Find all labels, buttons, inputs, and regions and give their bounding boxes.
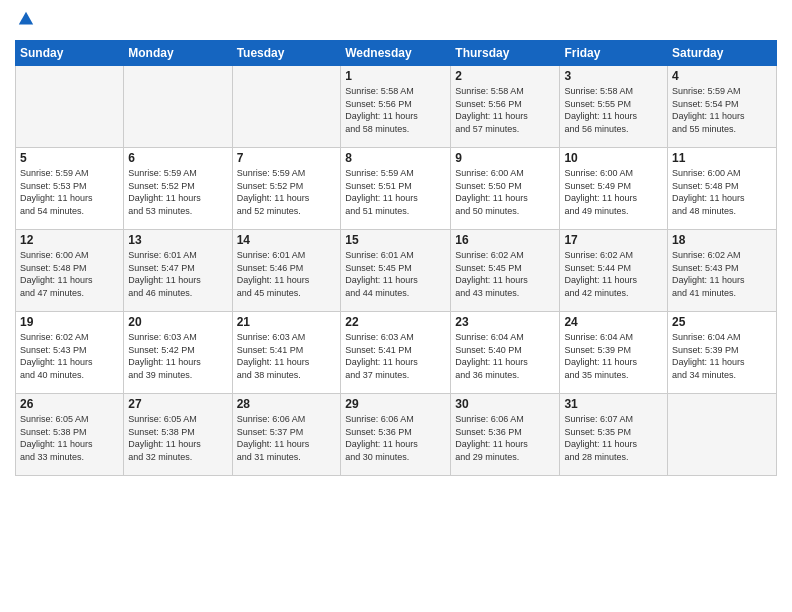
day-number: 13 <box>128 233 227 247</box>
logo-icon <box>17 10 35 28</box>
day-number: 15 <box>345 233 446 247</box>
calendar-cell: 17Sunrise: 6:02 AMSunset: 5:44 PMDayligh… <box>560 230 668 312</box>
calendar-cell: 4Sunrise: 5:59 AMSunset: 5:54 PMDaylight… <box>668 66 777 148</box>
day-info: Sunrise: 6:02 AMSunset: 5:44 PMDaylight:… <box>564 249 663 299</box>
calendar-cell: 10Sunrise: 6:00 AMSunset: 5:49 PMDayligh… <box>560 148 668 230</box>
day-info: Sunrise: 6:04 AMSunset: 5:39 PMDaylight:… <box>564 331 663 381</box>
day-info: Sunrise: 6:06 AMSunset: 5:36 PMDaylight:… <box>455 413 555 463</box>
day-number: 28 <box>237 397 337 411</box>
day-number: 16 <box>455 233 555 247</box>
calendar-cell: 29Sunrise: 6:06 AMSunset: 5:36 PMDayligh… <box>341 394 451 476</box>
day-number: 18 <box>672 233 772 247</box>
day-number: 27 <box>128 397 227 411</box>
day-info: Sunrise: 6:02 AMSunset: 5:43 PMDaylight:… <box>20 331 119 381</box>
calendar-cell: 1Sunrise: 5:58 AMSunset: 5:56 PMDaylight… <box>341 66 451 148</box>
logo <box>15 10 35 32</box>
day-number: 19 <box>20 315 119 329</box>
day-number: 31 <box>564 397 663 411</box>
calendar-cell <box>668 394 777 476</box>
page: SundayMondayTuesdayWednesdayThursdayFrid… <box>0 0 792 612</box>
day-number: 3 <box>564 69 663 83</box>
day-info: Sunrise: 6:01 AMSunset: 5:46 PMDaylight:… <box>237 249 337 299</box>
day-number: 4 <box>672 69 772 83</box>
day-number: 29 <box>345 397 446 411</box>
week-row-3: 12Sunrise: 6:00 AMSunset: 5:48 PMDayligh… <box>16 230 777 312</box>
calendar-cell: 13Sunrise: 6:01 AMSunset: 5:47 PMDayligh… <box>124 230 232 312</box>
weekday-tuesday: Tuesday <box>232 41 341 66</box>
day-number: 1 <box>345 69 446 83</box>
weekday-wednesday: Wednesday <box>341 41 451 66</box>
calendar-cell: 5Sunrise: 5:59 AMSunset: 5:53 PMDaylight… <box>16 148 124 230</box>
day-info: Sunrise: 6:03 AMSunset: 5:42 PMDaylight:… <box>128 331 227 381</box>
calendar-cell: 6Sunrise: 5:59 AMSunset: 5:52 PMDaylight… <box>124 148 232 230</box>
calendar-cell: 23Sunrise: 6:04 AMSunset: 5:40 PMDayligh… <box>451 312 560 394</box>
day-info: Sunrise: 6:06 AMSunset: 5:37 PMDaylight:… <box>237 413 337 463</box>
day-info: Sunrise: 6:02 AMSunset: 5:43 PMDaylight:… <box>672 249 772 299</box>
calendar-cell: 12Sunrise: 6:00 AMSunset: 5:48 PMDayligh… <box>16 230 124 312</box>
calendar-cell: 20Sunrise: 6:03 AMSunset: 5:42 PMDayligh… <box>124 312 232 394</box>
day-info: Sunrise: 6:00 AMSunset: 5:48 PMDaylight:… <box>20 249 119 299</box>
week-row-4: 19Sunrise: 6:02 AMSunset: 5:43 PMDayligh… <box>16 312 777 394</box>
calendar-cell: 11Sunrise: 6:00 AMSunset: 5:48 PMDayligh… <box>668 148 777 230</box>
day-number: 7 <box>237 151 337 165</box>
calendar-cell: 22Sunrise: 6:03 AMSunset: 5:41 PMDayligh… <box>341 312 451 394</box>
day-number: 25 <box>672 315 772 329</box>
day-info: Sunrise: 6:01 AMSunset: 5:47 PMDaylight:… <box>128 249 227 299</box>
day-info: Sunrise: 6:00 AMSunset: 5:50 PMDaylight:… <box>455 167 555 217</box>
day-number: 12 <box>20 233 119 247</box>
week-row-1: 1Sunrise: 5:58 AMSunset: 5:56 PMDaylight… <box>16 66 777 148</box>
day-number: 23 <box>455 315 555 329</box>
weekday-saturday: Saturday <box>668 41 777 66</box>
day-info: Sunrise: 6:05 AMSunset: 5:38 PMDaylight:… <box>20 413 119 463</box>
calendar-cell: 16Sunrise: 6:02 AMSunset: 5:45 PMDayligh… <box>451 230 560 312</box>
day-info: Sunrise: 5:58 AMSunset: 5:56 PMDaylight:… <box>455 85 555 135</box>
calendar-cell: 2Sunrise: 5:58 AMSunset: 5:56 PMDaylight… <box>451 66 560 148</box>
calendar-cell: 28Sunrise: 6:06 AMSunset: 5:37 PMDayligh… <box>232 394 341 476</box>
week-row-5: 26Sunrise: 6:05 AMSunset: 5:38 PMDayligh… <box>16 394 777 476</box>
week-row-2: 5Sunrise: 5:59 AMSunset: 5:53 PMDaylight… <box>16 148 777 230</box>
calendar-cell: 25Sunrise: 6:04 AMSunset: 5:39 PMDayligh… <box>668 312 777 394</box>
calendar-cell: 21Sunrise: 6:03 AMSunset: 5:41 PMDayligh… <box>232 312 341 394</box>
day-number: 9 <box>455 151 555 165</box>
day-info: Sunrise: 6:00 AMSunset: 5:49 PMDaylight:… <box>564 167 663 217</box>
day-number: 5 <box>20 151 119 165</box>
calendar-cell: 19Sunrise: 6:02 AMSunset: 5:43 PMDayligh… <box>16 312 124 394</box>
day-number: 30 <box>455 397 555 411</box>
day-info: Sunrise: 5:58 AMSunset: 5:56 PMDaylight:… <box>345 85 446 135</box>
calendar-cell <box>124 66 232 148</box>
calendar-cell <box>16 66 124 148</box>
calendar-cell: 24Sunrise: 6:04 AMSunset: 5:39 PMDayligh… <box>560 312 668 394</box>
day-info: Sunrise: 5:59 AMSunset: 5:51 PMDaylight:… <box>345 167 446 217</box>
day-info: Sunrise: 5:59 AMSunset: 5:53 PMDaylight:… <box>20 167 119 217</box>
day-number: 8 <box>345 151 446 165</box>
day-number: 6 <box>128 151 227 165</box>
calendar-cell: 7Sunrise: 5:59 AMSunset: 5:52 PMDaylight… <box>232 148 341 230</box>
calendar-cell: 9Sunrise: 6:00 AMSunset: 5:50 PMDaylight… <box>451 148 560 230</box>
calendar-cell: 14Sunrise: 6:01 AMSunset: 5:46 PMDayligh… <box>232 230 341 312</box>
day-info: Sunrise: 6:03 AMSunset: 5:41 PMDaylight:… <box>237 331 337 381</box>
day-number: 2 <box>455 69 555 83</box>
day-info: Sunrise: 6:02 AMSunset: 5:45 PMDaylight:… <box>455 249 555 299</box>
calendar-cell: 3Sunrise: 5:58 AMSunset: 5:55 PMDaylight… <box>560 66 668 148</box>
calendar-cell: 18Sunrise: 6:02 AMSunset: 5:43 PMDayligh… <box>668 230 777 312</box>
day-info: Sunrise: 6:00 AMSunset: 5:48 PMDaylight:… <box>672 167 772 217</box>
calendar-cell <box>232 66 341 148</box>
day-number: 10 <box>564 151 663 165</box>
calendar-cell: 30Sunrise: 6:06 AMSunset: 5:36 PMDayligh… <box>451 394 560 476</box>
weekday-monday: Monday <box>124 41 232 66</box>
day-info: Sunrise: 6:01 AMSunset: 5:45 PMDaylight:… <box>345 249 446 299</box>
weekday-sunday: Sunday <box>16 41 124 66</box>
calendar-cell: 15Sunrise: 6:01 AMSunset: 5:45 PMDayligh… <box>341 230 451 312</box>
calendar-cell: 31Sunrise: 6:07 AMSunset: 5:35 PMDayligh… <box>560 394 668 476</box>
day-info: Sunrise: 6:04 AMSunset: 5:39 PMDaylight:… <box>672 331 772 381</box>
day-info: Sunrise: 6:04 AMSunset: 5:40 PMDaylight:… <box>455 331 555 381</box>
day-info: Sunrise: 6:07 AMSunset: 5:35 PMDaylight:… <box>564 413 663 463</box>
day-number: 14 <box>237 233 337 247</box>
weekday-friday: Friday <box>560 41 668 66</box>
day-number: 26 <box>20 397 119 411</box>
calendar-cell: 26Sunrise: 6:05 AMSunset: 5:38 PMDayligh… <box>16 394 124 476</box>
day-number: 20 <box>128 315 227 329</box>
day-info: Sunrise: 5:58 AMSunset: 5:55 PMDaylight:… <box>564 85 663 135</box>
svg-marker-0 <box>19 12 33 25</box>
day-number: 24 <box>564 315 663 329</box>
